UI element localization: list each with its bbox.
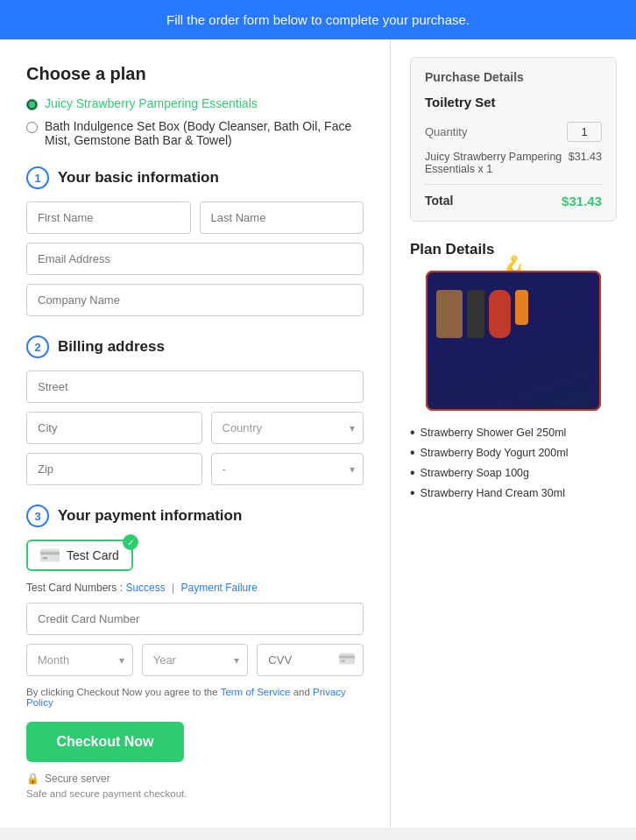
plan-radio-2[interactable] <box>26 122 38 133</box>
total-label: Total <box>425 194 453 208</box>
total-divider <box>425 184 602 185</box>
step3-title: Your payment information <box>58 507 242 525</box>
item-row: Juicy Strawberry Pampering Essentials x … <box>425 151 602 175</box>
bullet-item-3: Strawberry Soap 100g <box>410 465 617 481</box>
bag-content <box>436 290 590 338</box>
tos-text: By clicking Checkout Now you agree to th… <box>26 687 364 708</box>
plan-option-2[interactable]: Bath Indulgence Set Box (Body Cleanser, … <box>26 119 364 147</box>
step3-header: 3 Your payment information <box>26 505 364 527</box>
street-input[interactable] <box>26 371 364 403</box>
bullet-item-1: Strawberry Shower Gel 250ml <box>410 425 617 441</box>
country-select[interactable]: Country <box>211 412 364 444</box>
step1-header: 1 Your basic information <box>26 166 364 189</box>
state-select[interactable]: - <box>211 453 364 485</box>
step2-circle: 2 <box>26 335 49 358</box>
year-select-wrap: Year 202420252026 202720282029 <box>142 644 249 676</box>
company-row <box>26 284 364 316</box>
svg-rect-3 <box>339 653 355 663</box>
svg-rect-2 <box>43 557 48 559</box>
quantity-label: Quantity <box>425 125 467 138</box>
card-option-wrap: Test Card ✓ <box>26 540 364 571</box>
step2-header: 2 Billing address <box>26 335 364 358</box>
left-panel: Choose a plan Juicy Strawberry Pampering… <box>0 39 391 828</box>
last-name-input[interactable] <box>200 201 364 234</box>
item-price: $31.43 <box>569 151 602 175</box>
step2-title: Billing address <box>58 338 165 356</box>
month-select[interactable]: Month 010203 040506 070809 101112 <box>26 644 133 676</box>
month-year-cvv-row: Month 010203 040506 070809 101112 Year 2… <box>26 644 364 676</box>
purchase-details-title: Purchase Details <box>425 70 602 84</box>
zip-input[interactable] <box>26 453 202 485</box>
quantity-row: Quantity 1 <box>425 122 602 142</box>
secure-sub-text: Safe and secure payment checkout. <box>26 788 364 799</box>
first-name-input[interactable] <box>26 201 191 234</box>
plan-option-1[interactable]: Juicy Strawberry Pampering Essentials <box>26 96 364 110</box>
zip-state-row: - <box>26 453 364 485</box>
lock-icon: 🔒 <box>26 773 39 785</box>
checkout-button[interactable]: Checkout Now <box>26 722 184 762</box>
company-input[interactable] <box>26 284 364 316</box>
cvv-card-icon <box>339 653 355 668</box>
purchase-details-box: Purchase Details Toiletry Set Quantity 1… <box>410 57 617 222</box>
email-row <box>26 243 364 275</box>
cvv-wrap <box>257 644 364 676</box>
name-row <box>26 201 364 234</box>
svg-rect-4 <box>339 655 355 658</box>
item-label: Juicy Strawberry Pampering Essentials x … <box>425 151 569 175</box>
cc-number-row <box>26 603 364 635</box>
country-select-wrap: Country <box>211 412 364 444</box>
svg-rect-5 <box>341 660 345 661</box>
email-input[interactable] <box>26 243 364 275</box>
svg-rect-1 <box>40 552 60 554</box>
banner-text: Fill the order form below to complete yo… <box>166 12 470 27</box>
payment-failure-link[interactable]: Payment Failure <box>181 582 258 594</box>
credit-card-icon <box>40 548 60 562</box>
quantity-value: 1 <box>567 122 602 142</box>
secure-info: 🔒 Secure server <box>26 773 364 785</box>
product-image-wrap: 🪝 <box>410 271 617 411</box>
step1-circle: 1 <box>26 166 49 189</box>
bullet-item-2: Strawberry Body Yogurt 200ml <box>410 445 617 461</box>
state-select-wrap: - <box>211 453 364 485</box>
right-panel: Purchase Details Toiletry Set Quantity 1… <box>391 39 636 828</box>
city-input[interactable] <box>26 412 202 444</box>
bullet-item-4: Strawberry Hand Cream 30ml <box>410 485 617 501</box>
step3-circle: 3 <box>26 505 49 527</box>
plan-label-2: Bath Indulgence Set Box (Body Cleanser, … <box>45 119 364 147</box>
choose-plan-section: Choose a plan Juicy Strawberry Pampering… <box>26 64 364 147</box>
street-row <box>26 371 364 403</box>
success-link[interactable]: Success <box>125 582 165 594</box>
product-image: 🪝 <box>426 271 601 411</box>
bag-body <box>426 271 601 411</box>
test-card-button[interactable]: Test Card ✓ <box>26 540 133 571</box>
product-bullet-list: Strawberry Shower Gel 250ml Strawberry B… <box>410 425 617 501</box>
choose-plan-title: Choose a plan <box>26 64 364 84</box>
plan-details-section: Plan Details 🪝 <box>410 241 617 501</box>
cc-number-input[interactable] <box>26 603 364 635</box>
tos-link[interactable]: Term of Service <box>221 687 291 697</box>
city-country-row: Country <box>26 412 364 444</box>
total-price: $31.43 <box>562 194 602 208</box>
year-select[interactable]: Year 202420252026 202720282029 <box>142 644 249 676</box>
plan-radio-1[interactable] <box>26 99 38 110</box>
plan-label-1: Juicy Strawberry Pampering Essentials <box>45 96 258 110</box>
total-row: Total $31.43 <box>425 194 602 208</box>
product-title: Toiletry Set <box>425 95 602 109</box>
top-banner: Fill the order form below to complete yo… <box>0 0 636 39</box>
step1-title: Your basic information <box>58 169 219 187</box>
month-select-wrap: Month 010203 040506 070809 101112 <box>26 644 133 676</box>
card-check-badge: ✓ <box>123 534 138 550</box>
svg-rect-0 <box>40 548 60 561</box>
test-card-label: Test Card <box>67 548 119 562</box>
test-card-info: Test Card Numbers : Success | Payment Fa… <box>26 582 364 594</box>
